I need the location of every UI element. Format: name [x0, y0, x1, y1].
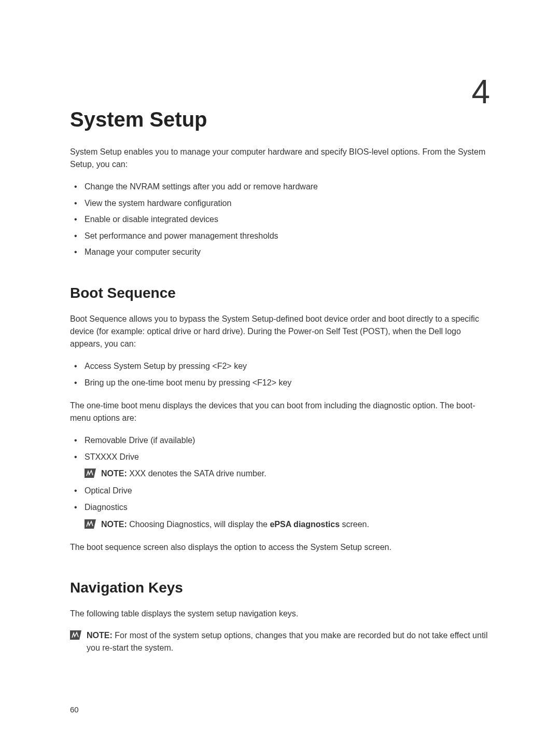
note-text: NOTE: For most of the system setup optio…: [87, 629, 490, 654]
boot-sequence-paragraph-3: The boot sequence screen also displays t…: [70, 541, 490, 554]
list-item: Manage your computer security: [70, 245, 490, 259]
note-block: NOTE: For most of the system setup optio…: [70, 629, 490, 654]
note-icon: [85, 519, 96, 529]
document-page: 4 System Setup System Setup enables you …: [0, 0, 560, 695]
intro-list: Change the NVRAM settings after you add …: [70, 180, 490, 259]
list-item: Removable Drive (if available): [70, 434, 490, 447]
note-body: XXX denotes the SATA drive number.: [129, 469, 266, 478]
boot-sequence-heading: Boot Sequence: [70, 285, 490, 301]
list-item: STXXXX Drive NOTE: XXX denotes the SATA …: [70, 450, 490, 480]
boot-sequence-list-1: Access System Setup by pressing <F2> key…: [70, 360, 490, 389]
navigation-keys-heading: Navigation Keys: [70, 580, 490, 596]
list-item: View the system hardware configuration: [70, 197, 490, 210]
note-bold: ePSA diagnostics: [270, 520, 340, 529]
list-item: Diagnostics NOTE: Choosing Diagnostics, …: [70, 501, 490, 531]
list-item: Optical Drive: [70, 484, 490, 498]
list-item-text: Diagnostics: [85, 503, 128, 512]
note-label: NOTE:: [101, 520, 129, 529]
list-item: Access System Setup by pressing <F2> key: [70, 360, 490, 373]
note-label: NOTE:: [101, 469, 129, 478]
note-text: NOTE: Choosing Diagnostics, will display…: [101, 518, 369, 531]
note-icon: [85, 469, 96, 478]
list-item: Bring up the one-time boot menu by press…: [70, 376, 490, 390]
page-number: 60: [70, 705, 79, 714]
navigation-keys-paragraph: The following table displays the system …: [70, 608, 490, 620]
list-item: Set performance and power management thr…: [70, 229, 490, 243]
list-item: Enable or disable integrated devices: [70, 213, 490, 226]
note-body-b: screen.: [340, 520, 369, 529]
boot-sequence-list-2: Removable Drive (if available) STXXXX Dr…: [70, 434, 490, 530]
chapter-number: 4: [471, 75, 490, 108]
note-block: NOTE: XXX denotes the SATA drive number.: [85, 467, 490, 480]
page-title: System Setup: [70, 108, 490, 131]
boot-sequence-paragraph-1: Boot Sequence allows you to bypass the S…: [70, 313, 490, 350]
note-label: NOTE:: [87, 631, 115, 640]
note-icon: [70, 630, 81, 640]
list-item-text: STXXXX Drive: [85, 452, 139, 461]
note-text: NOTE: XXX denotes the SATA drive number.: [101, 467, 267, 480]
note-block: NOTE: Choosing Diagnostics, will display…: [85, 518, 490, 531]
note-body-a: Choosing Diagnostics, will display the: [129, 520, 270, 529]
boot-sequence-paragraph-2: The one-time boot menu displays the devi…: [70, 399, 490, 424]
note-body: For most of the system setup options, ch…: [87, 631, 487, 652]
intro-paragraph: System Setup enables you to manage your …: [70, 146, 490, 171]
list-item: Change the NVRAM settings after you add …: [70, 180, 490, 194]
